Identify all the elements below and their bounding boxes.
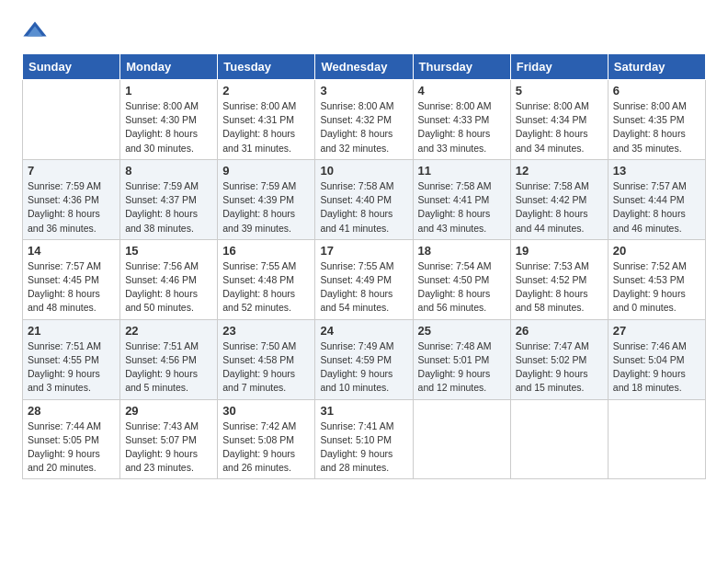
day-number: 30 <box>222 404 310 418</box>
daylight-text: Daylight: 8 hours <box>516 288 588 299</box>
daylight-text: Daylight: 9 hours <box>222 368 295 379</box>
day-info: Sunrise: 7:41 AMSunset: 5:10 PMDaylight:… <box>320 419 407 476</box>
calendar-cell: 15Sunrise: 7:56 AMSunset: 4:46 PMDayligh… <box>120 239 218 319</box>
logo <box>22 18 51 44</box>
day-number: 13 <box>613 164 700 178</box>
calendar-cell: 7Sunrise: 7:59 AMSunset: 4:36 PMDaylight… <box>23 159 120 239</box>
sunset-text: Sunset: 4:49 PM <box>320 274 392 285</box>
calendar-week-row: 1Sunrise: 8:00 AMSunset: 4:30 PMDaylight… <box>23 80 706 160</box>
day-info: Sunrise: 7:48 AMSunset: 5:01 PMDaylight:… <box>418 339 506 396</box>
calendar-cell: 20Sunrise: 7:52 AMSunset: 4:53 PMDayligh… <box>608 239 705 319</box>
daylight-text: Daylight: 9 hours <box>125 368 198 379</box>
sunrise-text: Sunrise: 7:57 AM <box>28 260 101 271</box>
daylight-text-cont: and 12 minutes. <box>418 382 487 393</box>
daylight-text: Daylight: 9 hours <box>320 448 392 459</box>
sunrise-text: Sunrise: 7:54 AM <box>418 260 492 271</box>
daylight-text-cont: and 20 minutes. <box>28 462 97 473</box>
sunset-text: Sunset: 4:42 PM <box>516 194 587 205</box>
day-info: Sunrise: 7:50 AMSunset: 4:58 PMDaylight:… <box>222 339 310 396</box>
day-info: Sunrise: 7:47 AMSunset: 5:02 PMDaylight:… <box>516 339 603 396</box>
day-info: Sunrise: 7:58 AMSunset: 4:42 PMDaylight:… <box>516 179 603 236</box>
calendar: SundayMondayTuesdayWednesdayThursdayFrid… <box>22 53 706 479</box>
sunset-text: Sunset: 4:32 PM <box>320 114 392 125</box>
sunrise-text: Sunrise: 7:58 AM <box>418 180 492 191</box>
day-info: Sunrise: 7:51 AMSunset: 4:56 PMDaylight:… <box>125 339 212 396</box>
daylight-text-cont: and 38 minutes. <box>125 223 194 234</box>
daylight-text: Daylight: 8 hours <box>222 288 295 299</box>
daylight-text: Daylight: 9 hours <box>320 368 392 379</box>
daylight-text: Daylight: 9 hours <box>613 288 686 299</box>
daylight-text-cont: and 10 minutes. <box>320 382 389 393</box>
daylight-text: Daylight: 8 hours <box>516 128 588 139</box>
sunrise-text: Sunrise: 7:46 AM <box>613 340 687 351</box>
daylight-text: Daylight: 9 hours <box>28 448 100 459</box>
sunset-text: Sunset: 4:30 PM <box>125 114 197 125</box>
daylight-text: Daylight: 8 hours <box>613 128 686 139</box>
daylight-text: Daylight: 9 hours <box>222 448 295 459</box>
calendar-cell: 27Sunrise: 7:46 AMSunset: 5:04 PMDayligh… <box>608 319 705 399</box>
day-number: 29 <box>125 404 212 418</box>
daylight-text: Daylight: 9 hours <box>125 448 198 459</box>
sunrise-text: Sunrise: 7:59 AM <box>222 180 296 191</box>
calendar-cell: 22Sunrise: 7:51 AMSunset: 4:56 PMDayligh… <box>120 319 218 399</box>
day-number: 8 <box>125 164 212 178</box>
day-number: 27 <box>613 324 700 338</box>
calendar-cell: 30Sunrise: 7:42 AMSunset: 5:08 PMDayligh… <box>218 399 315 479</box>
sunrise-text: Sunrise: 7:58 AM <box>516 180 589 191</box>
sunset-text: Sunset: 4:46 PM <box>125 274 197 285</box>
sunrise-text: Sunrise: 7:51 AM <box>125 340 199 351</box>
calendar-cell <box>413 399 510 479</box>
daylight-text: Daylight: 8 hours <box>320 288 392 299</box>
sunset-text: Sunset: 4:35 PM <box>613 114 685 125</box>
daylight-text: Daylight: 8 hours <box>222 208 295 219</box>
header <box>22 18 706 44</box>
day-number: 17 <box>320 244 407 258</box>
sunrise-text: Sunrise: 7:59 AM <box>28 180 101 191</box>
day-number: 23 <box>222 324 310 338</box>
daylight-text: Daylight: 8 hours <box>125 128 198 139</box>
sunset-text: Sunset: 5:07 PM <box>125 434 197 445</box>
day-info: Sunrise: 7:55 AMSunset: 4:49 PMDaylight:… <box>320 259 407 316</box>
weekday-header: Monday <box>120 54 218 80</box>
daylight-text: Daylight: 8 hours <box>222 128 295 139</box>
day-number: 25 <box>418 324 506 338</box>
day-number: 19 <box>516 244 603 258</box>
sunset-text: Sunset: 5:08 PM <box>222 434 294 445</box>
sunrise-text: Sunrise: 8:00 AM <box>222 100 296 111</box>
daylight-text: Daylight: 8 hours <box>125 288 198 299</box>
day-info: Sunrise: 8:00 AMSunset: 4:35 PMDaylight:… <box>613 99 700 155</box>
day-number: 28 <box>28 404 115 418</box>
day-number: 21 <box>28 324 115 338</box>
day-info: Sunrise: 7:59 AMSunset: 4:36 PMDaylight:… <box>28 179 115 236</box>
daylight-text-cont: and 44 minutes. <box>516 223 585 234</box>
daylight-text-cont: and 56 minutes. <box>418 302 487 313</box>
daylight-text-cont: and 7 minutes. <box>222 382 286 393</box>
calendar-cell: 19Sunrise: 7:53 AMSunset: 4:52 PMDayligh… <box>510 239 608 319</box>
daylight-text: Daylight: 9 hours <box>516 368 588 379</box>
sunset-text: Sunset: 4:53 PM <box>613 274 685 285</box>
weekday-header: Tuesday <box>218 54 315 80</box>
sunrise-text: Sunrise: 7:43 AM <box>125 420 199 431</box>
day-info: Sunrise: 7:46 AMSunset: 5:04 PMDaylight:… <box>613 339 700 396</box>
daylight-text: Daylight: 9 hours <box>418 368 491 379</box>
sunset-text: Sunset: 4:40 PM <box>320 194 392 205</box>
sunrise-text: Sunrise: 8:00 AM <box>613 100 687 111</box>
day-info: Sunrise: 8:00 AMSunset: 4:33 PMDaylight:… <box>418 99 506 155</box>
weekday-header: Thursday <box>413 54 510 80</box>
day-info: Sunrise: 8:00 AMSunset: 4:30 PMDaylight:… <box>125 99 212 155</box>
logo-icon <box>22 18 48 44</box>
calendar-cell: 4Sunrise: 8:00 AMSunset: 4:33 PMDaylight… <box>413 80 510 160</box>
day-info: Sunrise: 8:00 AMSunset: 4:34 PMDaylight:… <box>516 99 603 155</box>
day-number: 18 <box>418 244 506 258</box>
day-number: 31 <box>320 404 407 418</box>
sunset-text: Sunset: 4:36 PM <box>28 194 99 205</box>
sunset-text: Sunset: 5:02 PM <box>516 354 587 365</box>
day-info: Sunrise: 7:59 AMSunset: 4:37 PMDaylight:… <box>125 179 212 236</box>
weekday-header: Friday <box>510 54 608 80</box>
daylight-text-cont: and 28 minutes. <box>320 462 389 473</box>
day-info: Sunrise: 7:57 AMSunset: 4:44 PMDaylight:… <box>613 179 700 236</box>
day-number: 22 <box>125 324 212 338</box>
sunrise-text: Sunrise: 7:55 AM <box>320 260 393 271</box>
calendar-cell: 12Sunrise: 7:58 AMSunset: 4:42 PMDayligh… <box>510 159 608 239</box>
calendar-cell: 21Sunrise: 7:51 AMSunset: 4:55 PMDayligh… <box>23 319 120 399</box>
